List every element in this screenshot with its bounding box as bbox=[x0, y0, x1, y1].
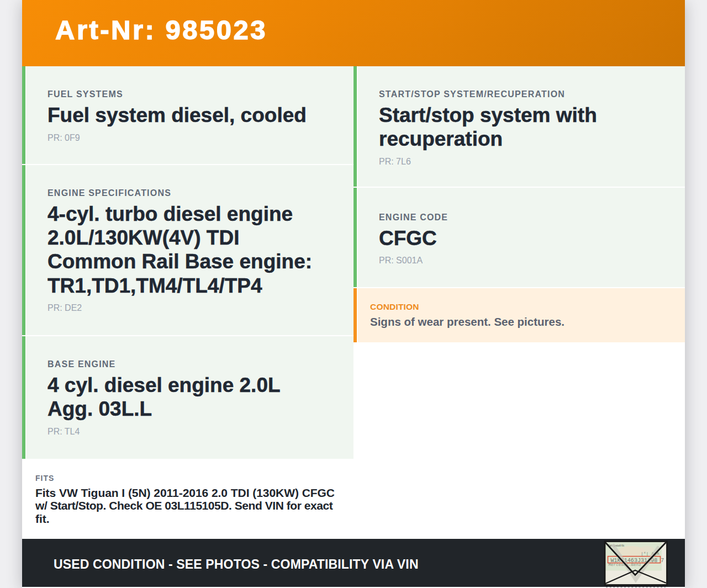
svg-text:Fahrgestell-Nr.: Fahrgestell-Nr. bbox=[608, 544, 625, 547]
